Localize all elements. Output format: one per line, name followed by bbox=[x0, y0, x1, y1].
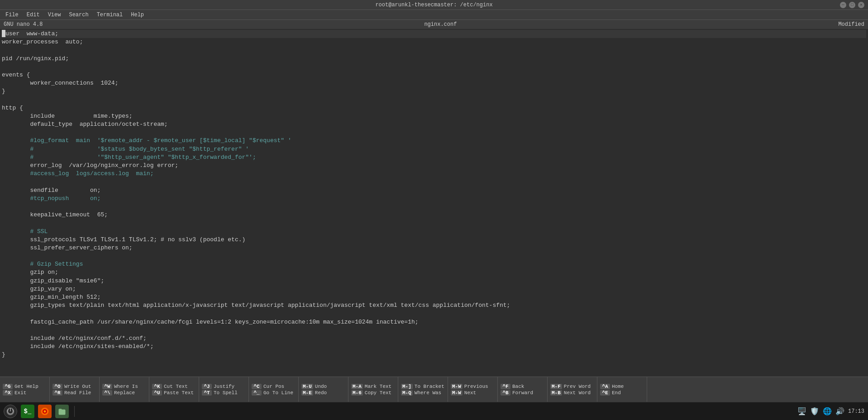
editor-line: #tcp_nopush on; bbox=[2, 195, 866, 203]
shortcut-row: M-UUndo bbox=[301, 383, 345, 390]
shortcut-group-4[interactable]: ^JJustify^TTo Spell bbox=[199, 377, 249, 402]
taskbar-volume-icon: 🔊 bbox=[835, 407, 844, 416]
taskbar-time: 17:13 bbox=[848, 408, 864, 415]
editor-line: gzip on; bbox=[2, 268, 866, 277]
editor-line: gzip_disable "msie6"; bbox=[2, 277, 866, 285]
shortcut-key: ^T bbox=[202, 390, 212, 396]
shortcut-key: ^G bbox=[3, 384, 13, 389]
editor-line bbox=[2, 46, 866, 54]
nano-status: Modified bbox=[838, 21, 864, 28]
shortcut-label: To Bracket bbox=[415, 384, 444, 389]
shortcut-group-11[interactable]: M-FPrev WordM-BNext Word bbox=[548, 377, 597, 402]
shortcut-group-10[interactable]: ^FBack^BForward bbox=[498, 377, 548, 402]
shortcut-group-6[interactable]: M-UUndoM-ERedo bbox=[299, 377, 348, 402]
shortcut-label: Cur Pos bbox=[263, 384, 284, 389]
shortcut-group-2[interactable]: ^WWhere Is^\Replace bbox=[100, 377, 149, 402]
taskbar-network-icon: 🌐 bbox=[823, 407, 832, 416]
shortcut-key: M-Q bbox=[401, 390, 413, 396]
shortcut-group-5[interactable]: ^CCur Pos^_Go To Line bbox=[249, 377, 299, 402]
shortcut-key: ^X bbox=[3, 390, 13, 396]
editor-line: gzip_min_length 512; bbox=[2, 293, 866, 301]
shortcut-key: M-B bbox=[550, 390, 562, 396]
menu-help[interactable]: Help bbox=[127, 11, 148, 19]
editor-line: # Gzip Settings bbox=[2, 260, 866, 268]
text-cursor bbox=[2, 30, 5, 37]
editor-line: default_type application/octet-stream; bbox=[2, 120, 866, 129]
minimize-button[interactable]: ─ bbox=[840, 2, 846, 8]
editor-line bbox=[2, 63, 866, 71]
shortcut-key: ^E bbox=[600, 390, 610, 396]
editor-line: } bbox=[2, 87, 866, 95]
shortcut-key: M-] bbox=[401, 384, 413, 389]
shortcut-label: Next bbox=[464, 390, 476, 396]
menu-search[interactable]: Search bbox=[65, 11, 92, 19]
shortcuts-bar: ^GGet Help^XExit^OWrite Out^RRead File^W… bbox=[0, 377, 868, 402]
shortcut-key: ^C bbox=[252, 384, 262, 389]
shortcut-key: ^F bbox=[501, 384, 510, 389]
shortcut-group-0[interactable]: ^GGet Help^XExit bbox=[0, 377, 50, 402]
editor-line: ssl_prefer_server_ciphers on; bbox=[2, 244, 866, 252]
nano-version: GNU nano 4.8 bbox=[4, 21, 43, 28]
editor-line: ssl_protocols TLSv1 TLSv1.1 TLSv1.2; # n… bbox=[2, 236, 866, 244]
shortcut-label: Read File bbox=[64, 390, 91, 396]
shortcut-row: ^JJustify bbox=[202, 383, 246, 390]
shortcut-group-9[interactable]: M-WPreviousM-WNext bbox=[448, 377, 498, 402]
shortcut-label: Next Word bbox=[564, 390, 591, 396]
shortcut-row: ^OWrite Out bbox=[52, 383, 96, 390]
shortcut-key: M-A bbox=[351, 384, 363, 389]
shortcut-label: Previous bbox=[464, 384, 488, 389]
shortcut-key: ^J bbox=[202, 384, 212, 389]
window-controls: ─ □ ✕ bbox=[840, 2, 864, 8]
shortcut-key: ^_ bbox=[252, 390, 262, 396]
shortcut-key: M-6 bbox=[351, 390, 363, 396]
editor-line bbox=[2, 203, 866, 211]
taskbar-display-icon: 🖥️ bbox=[797, 407, 806, 416]
editor[interactable]: user www-data;worker_processes auto;pid … bbox=[0, 29, 868, 377]
menu-edit[interactable]: Edit bbox=[23, 11, 43, 19]
shortcut-label: Go To Line bbox=[263, 390, 293, 396]
shortcut-label: Get Help bbox=[14, 384, 38, 389]
shortcut-group-3[interactable]: ^KCut Text^UPaste Text bbox=[149, 377, 199, 402]
shortcut-label: Cut Text bbox=[164, 384, 188, 389]
shortcut-row: ^CCur Pos bbox=[252, 383, 296, 390]
close-button[interactable]: ✕ bbox=[858, 2, 864, 8]
shortcut-row: M-WNext bbox=[451, 390, 495, 396]
shortcut-label: End bbox=[612, 390, 621, 396]
shortcut-key: M-W bbox=[451, 384, 463, 389]
shortcut-group-1[interactable]: ^OWrite Out^RRead File bbox=[50, 377, 100, 402]
menu-terminal[interactable]: Terminal bbox=[93, 11, 127, 19]
editor-line: gzip_vary on; bbox=[2, 285, 866, 293]
shortcut-group-8[interactable]: M-]To BracketM-QWhere Was bbox=[398, 377, 448, 402]
editor-line bbox=[2, 359, 866, 368]
taskbar-power-icon[interactable] bbox=[4, 405, 17, 418]
shortcut-label: Write Out bbox=[64, 384, 91, 389]
menubar: File Edit View Search Terminal Help bbox=[0, 10, 868, 20]
editor-line: } bbox=[2, 351, 866, 359]
editor-line: include /etc/nginx/sites-enabled/*; bbox=[2, 343, 866, 351]
taskbar-files-icon[interactable] bbox=[55, 405, 69, 418]
titlebar: root@arunkl-thesecmaster: /etc/nginx ─ □… bbox=[0, 0, 868, 10]
editor-line: worker_connections 1024; bbox=[2, 79, 866, 87]
editor-line: # '$status $body_bytes_sent "$http_refer… bbox=[2, 145, 866, 153]
editor-line: #access_log logs/access.log main; bbox=[2, 170, 866, 178]
taskbar-browser-icon[interactable] bbox=[38, 405, 52, 418]
shortcut-group-7[interactable]: M-AMark TextM-6Copy Text bbox=[348, 377, 398, 402]
shortcut-key: M-W bbox=[451, 390, 463, 396]
menu-view[interactable]: View bbox=[44, 11, 65, 19]
editor-line: include /etc/nginx/conf.d/*.conf; bbox=[2, 334, 866, 343]
shortcut-key: ^A bbox=[600, 384, 610, 389]
shortcut-row: ^XExit bbox=[3, 390, 47, 396]
editor-line: gzip_types text/plain text/html applicat… bbox=[2, 301, 866, 310]
editor-line bbox=[2, 252, 866, 260]
shortcut-row: M-FPrev Word bbox=[550, 383, 594, 390]
shortcut-row: ^WWhere Is bbox=[102, 383, 146, 390]
editor-line bbox=[2, 178, 866, 186]
maximize-button[interactable]: □ bbox=[849, 2, 855, 8]
shortcut-key: M-F bbox=[550, 384, 562, 389]
menu-file[interactable]: File bbox=[2, 11, 22, 19]
shortcut-key: ^U bbox=[152, 390, 162, 396]
shortcut-group-12[interactable]: ^AHome^EEnd bbox=[597, 377, 647, 402]
shortcut-label: Copy Text bbox=[365, 390, 391, 396]
nano-filename: nginx.conf bbox=[424, 21, 457, 28]
taskbar-terminal-icon[interactable]: $_ bbox=[21, 405, 34, 418]
